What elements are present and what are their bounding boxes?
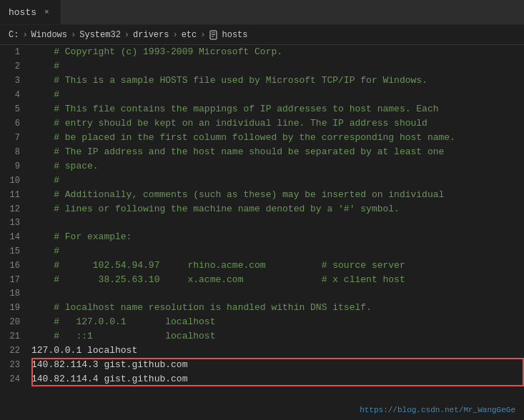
line-number: 11 <box>0 189 26 202</box>
code-line: 5 # This file contains the mappings of I… <box>0 102 524 116</box>
line-content: # 102.54.94.97 rhino.acme.com # source s… <box>26 259 405 272</box>
code-line: 8 # The IP address and the host name sho… <box>0 145 524 159</box>
line-number: 13 <box>0 216 26 230</box>
line-number: 16 <box>0 259 26 273</box>
line-content: # This is a sample HOSTS file used by Mi… <box>26 74 427 87</box>
line-content: 140.82.114.4 gist.github.com <box>26 372 187 386</box>
line-content: # localhost name resolution is handled w… <box>26 301 372 314</box>
code-line: 3 # This is a sample HOSTS file used by … <box>0 74 524 88</box>
breadcrumb-part: Windows <box>31 30 67 40</box>
line-number: 4 <box>0 89 26 102</box>
watermark: https://blog.csdn.net/Mr_WangGeGe <box>360 406 515 414</box>
line-number: 9 <box>0 160 26 174</box>
line-content: # 38.25.63.10 x.acme.com # x client host <box>26 273 405 286</box>
tab-label: hosts <box>9 7 36 18</box>
code-line: 11 # Additionally, comments (such as the… <box>0 188 524 202</box>
line-number: 19 <box>0 301 26 315</box>
line-number: 23 <box>0 359 26 372</box>
code-area: 1 # Copyright (c) 1993-2009 Microsoft Co… <box>0 45 524 420</box>
line-content: # This file contains the mappings of IP … <box>26 102 439 116</box>
line-content: # The IP address and the host name shoul… <box>26 145 444 159</box>
tab-bar: hosts × <box>0 0 524 25</box>
code-line: 18 <box>0 287 524 301</box>
line-content: # 127.0.0.1 localhost <box>26 315 215 329</box>
breadcrumb-part: C: <box>9 30 19 40</box>
tab-hosts[interactable]: hosts × <box>0 0 61 24</box>
line-content: # For example: <box>26 230 132 244</box>
line-content: # Additionally, comments (such as these)… <box>26 188 444 201</box>
code-line: 22127.0.0.1 localhost <box>0 344 524 358</box>
breadcrumb: C: › Windows › System32 › drivers › etc … <box>0 25 524 45</box>
code-line: 17 # 38.25.63.10 x.acme.com # x client h… <box>0 273 524 287</box>
breadcrumb-part: System32 <box>79 30 121 40</box>
code-line: 7 # be placed in the first column follow… <box>0 131 524 145</box>
breadcrumb-sep: › <box>172 30 177 40</box>
line-number: 2 <box>0 60 26 74</box>
breadcrumb-filename: hosts <box>222 30 247 40</box>
line-number: 3 <box>0 74 26 88</box>
breadcrumb-sep: › <box>22 30 27 40</box>
line-content: # <box>26 174 59 187</box>
code-line: 21 # ::1 localhost <box>0 329 524 344</box>
line-number: 20 <box>0 316 26 329</box>
code-line: 2 # <box>0 59 524 74</box>
line-content: # <box>26 244 59 258</box>
line-number: 22 <box>0 344 26 358</box>
line-number: 17 <box>0 274 26 287</box>
line-content: # lines or following the machine name de… <box>26 202 400 216</box>
line-number: 24 <box>0 373 26 386</box>
line-content: 127.0.0.1 localhost <box>26 344 137 357</box>
code-line: 19 # localhost name resolution is handle… <box>0 301 524 315</box>
line-content: # ::1 localhost <box>26 329 215 343</box>
breadcrumb-part: etc <box>182 30 197 40</box>
line-number: 7 <box>0 131 26 145</box>
line-content: # Copyright (c) 1993-2009 Microsoft Corp… <box>26 45 282 59</box>
code-line: 1 # Copyright (c) 1993-2009 Microsoft Co… <box>0 45 524 59</box>
breadcrumb-file: hosts <box>209 30 247 40</box>
line-number: 5 <box>0 103 26 116</box>
code-line: 13 <box>0 216 524 230</box>
line-content: # entry should be kept on an individual … <box>26 116 427 130</box>
code-line: 24140.82.114.4 gist.github.com <box>0 372 524 386</box>
code-line: 4 # <box>0 88 524 102</box>
code-line: 20 # 127.0.0.1 localhost <box>0 315 524 329</box>
file-icon <box>209 30 219 40</box>
line-content: # be placed in the first column followed… <box>26 131 455 144</box>
code-line: 16 # 102.54.94.97 rhino.acme.com # sourc… <box>0 259 524 273</box>
code-line: 15 # <box>0 244 524 259</box>
breadcrumb-part: drivers <box>133 30 169 40</box>
breadcrumb-sep: › <box>71 30 76 40</box>
line-number: 21 <box>0 330 26 344</box>
line-number: 14 <box>0 231 26 244</box>
line-content: # <box>26 59 59 73</box>
svg-rect-0 <box>210 31 217 39</box>
line-number: 12 <box>0 203 26 216</box>
code-line: 12 # lines or following the machine name… <box>0 202 524 216</box>
tab-close-button[interactable]: × <box>42 7 51 17</box>
breadcrumb-sep: › <box>200 30 205 40</box>
line-number: 18 <box>0 287 26 301</box>
line-number: 10 <box>0 174 26 188</box>
code-line: 6 # entry should be kept on an individua… <box>0 116 524 131</box>
line-content: # space. <box>26 159 99 173</box>
breadcrumb-sep: › <box>124 30 129 40</box>
code-line: 23140.82.114.3 gist.github.com <box>0 358 524 372</box>
line-content: 140.82.114.3 gist.github.com <box>26 358 187 371</box>
code-line: 14 # For example: <box>0 230 524 244</box>
code-line: 10 # <box>0 174 524 188</box>
line-number: 1 <box>0 46 26 59</box>
line-number: 8 <box>0 146 26 159</box>
line-content: # <box>26 88 59 101</box>
line-number: 15 <box>0 245 26 259</box>
line-number: 6 <box>0 117 26 131</box>
code-line: 9 # space. <box>0 159 524 174</box>
